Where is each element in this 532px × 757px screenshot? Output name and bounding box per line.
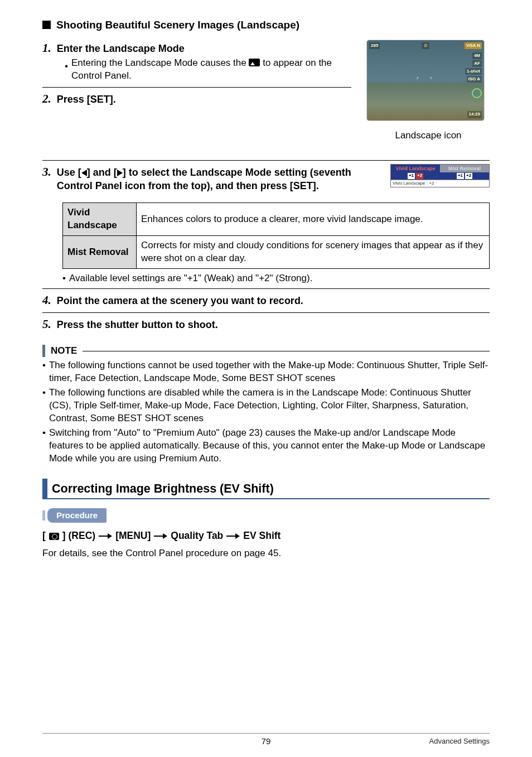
arrow-icon: [226, 533, 240, 539]
preview-r2: AF: [472, 60, 482, 67]
step-4: 4. Point the camera at the scenery you w…: [42, 292, 490, 308]
preview-r1: 4M: [472, 52, 482, 60]
levels-note: Available level settings are "+1" (Weak)…: [69, 272, 312, 285]
bullet-icon: •: [42, 359, 46, 385]
step-3: 3. Use [] and [] to select the Landscape…: [42, 164, 374, 193]
note-label: NOTE: [51, 345, 77, 358]
footer-section: Advanced Settings: [429, 736, 490, 746]
levels-mist: +1 +2: [440, 172, 489, 180]
preview-caption: Landscape icon: [367, 129, 490, 142]
step-title: Press [SET].: [57, 93, 116, 106]
step-title: Press the shutter button to shoot.: [57, 318, 218, 331]
section-header: Shooting Beautiful Scenery Images (Lands…: [42, 18, 490, 32]
note-header: NOTE: [42, 345, 490, 358]
preview-time: 14:29: [467, 111, 482, 118]
note-line: [83, 351, 490, 351]
note-text: Switching from "Auto" to "Premium Auto" …: [49, 427, 490, 465]
page-number: 79: [262, 736, 271, 747]
step-title: Enter the Landscape Mode: [57, 42, 185, 55]
camera-preview: 285 ⊙ VGA N 4M AF 1-shot ISO A 14:29 ⌜ ⌝: [367, 40, 484, 120]
step-1: 1. Enter the Landscape Mode • Entering t…: [42, 40, 351, 83]
preview-column: 285 ⊙ VGA N 4M AF 1-shot ISO A 14:29 ⌜ ⌝…: [367, 40, 490, 142]
landscape-highlight-icon: [472, 88, 482, 98]
divider: [42, 87, 351, 88]
note-list: •The following functions cannot be used …: [42, 359, 490, 465]
option-strip-levels: +1 +2 +1 +2: [391, 172, 489, 180]
step-body: Entering the Landscape Mode causes the t…: [71, 57, 351, 83]
bullet-icon: •: [42, 427, 46, 465]
procedure-detail: For details, see the Control Panel proce…: [42, 547, 490, 560]
note-text: The following functions are disabled whi…: [49, 387, 490, 425]
step3-pre: Use [: [57, 167, 81, 178]
option-strip-header: Vivid Landscape Mist Removal: [391, 165, 489, 172]
blue-bar-icon: [42, 479, 47, 498]
procedure-tick-icon: [42, 510, 45, 520]
preview-top-left: 285: [369, 42, 380, 50]
mode-desc-mist: Corrects for misty and cloudy conditions…: [137, 236, 490, 269]
bullet-icon: •: [62, 272, 66, 285]
opt-head-mist: Mist Removal: [440, 165, 489, 172]
procedure-row: Procedure: [42, 508, 490, 523]
list-item: •The following functions are disabled wh…: [42, 387, 490, 425]
step-number: 3.: [42, 164, 51, 180]
mode-label-mist: Mist Removal: [63, 236, 137, 269]
steps-column: 1. Enter the Landscape Mode • Entering t…: [42, 40, 351, 142]
landscape-mode-icon: [249, 59, 260, 66]
lvl-b2: +2: [465, 173, 472, 179]
note-bar-icon: [42, 345, 45, 357]
ev-shift-section-header: Correcting Image Brightness (EV Shift): [42, 479, 490, 499]
mode-label-vivid: Vivid Landscape: [63, 203, 137, 236]
preview-top-mid: ⊙: [422, 42, 429, 50]
footer: 79 Advanced Settings: [42, 736, 490, 747]
list-item: •Switching from "Auto" to "Premium Auto"…: [42, 427, 490, 465]
proc-p4: Quality Tab: [171, 529, 223, 543]
proc-p1: [: [42, 529, 46, 543]
step-body-pre: Entering the Landscape Mode causes the: [71, 57, 249, 68]
levels-vivid: +1 +2: [391, 172, 440, 180]
mode-desc-vivid: Enhances colors to produce a clearer, mo…: [137, 203, 490, 236]
focus-brackets-icon: ⌜ ⌝: [417, 76, 434, 84]
top-row: 1. Enter the Landscape Mode • Entering t…: [42, 40, 490, 142]
step-3-row: 3. Use [] and [] to select the Landscape…: [42, 164, 490, 197]
list-item: •The following functions cannot be used …: [42, 359, 490, 385]
footer-divider: [42, 733, 490, 734]
left-arrow-icon: [81, 170, 87, 176]
procedure-label: Procedure: [47, 508, 107, 523]
preview-top-right: VGA N: [465, 42, 482, 50]
procedure-path: [] (REC) [MENU] Quality Tab EV Shift: [42, 529, 490, 543]
step-title: Use [] and [] to select the Landscape Mo…: [57, 166, 374, 193]
lvl-a1: +1: [408, 173, 415, 179]
opt-head-vivid: Vivid Landscape: [391, 165, 440, 172]
section-title: Shooting Beautiful Scenery Images (Lands…: [56, 18, 299, 32]
table-row: Mist Removal Corrects for misty and clou…: [63, 236, 490, 269]
levels-note-row: • Available level settings are "+1" (Wea…: [62, 272, 490, 285]
bullet-icon: •: [65, 60, 68, 73]
step-5: 5. Press the shutter button to shoot.: [42, 316, 490, 332]
lvl-a2: +2: [416, 173, 423, 179]
arrow-icon: [154, 533, 167, 539]
square-bullet-icon: [42, 21, 51, 29]
right-arrow-icon: [117, 170, 123, 176]
note-text: The following functions cannot be used t…: [49, 359, 490, 385]
proc-p3: [MENU]: [115, 529, 151, 543]
proc-p2: ] (REC): [62, 529, 95, 543]
camera-icon: [49, 533, 59, 540]
step3-mid: ] and [: [87, 167, 117, 178]
divider: [42, 288, 490, 289]
step-number: 1.: [42, 40, 51, 56]
step-title: Point the camera at the scenery you want…: [57, 294, 303, 307]
bullet-icon: •: [42, 387, 46, 425]
option-strip: Vivid Landscape Mist Removal +1 +2 +1 +2…: [390, 164, 490, 188]
step-number: 4.: [42, 292, 51, 308]
divider: [42, 312, 490, 313]
preview-r3: 1-shot: [465, 68, 482, 75]
divider: [42, 160, 490, 161]
table-row: Vivid Landscape Enhances colors to produ…: [63, 203, 490, 236]
option-strip-status: Vivid Landscape : +2: [391, 180, 489, 187]
step-number: 2.: [42, 91, 51, 107]
ev-shift-title: Correcting Image Brightness (EV Shift): [52, 479, 274, 498]
arrow-icon: [99, 533, 112, 539]
modes-table: Vivid Landscape Enhances colors to produ…: [62, 202, 490, 269]
step-number: 5.: [42, 316, 51, 332]
lvl-b1: +1: [457, 173, 464, 179]
